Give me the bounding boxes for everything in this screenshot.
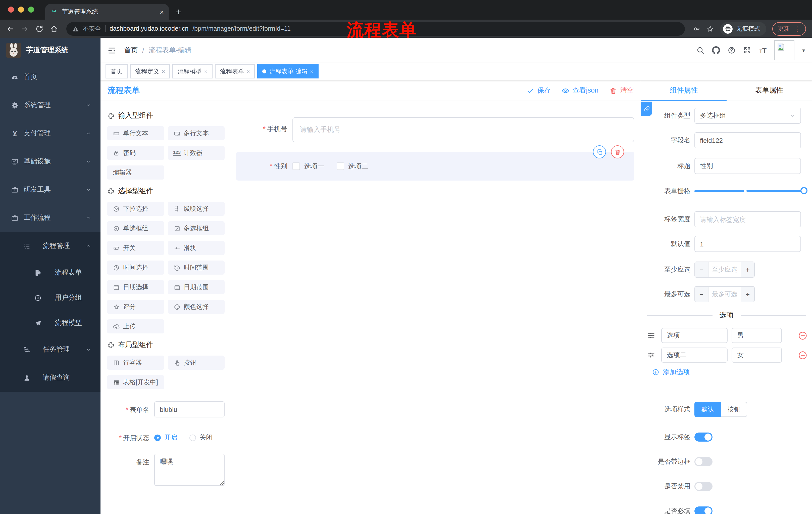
palette-item-editor[interactable]: 编辑器	[107, 165, 164, 180]
canvas-field-gender-selected[interactable]: *性别 选项一 选项二	[236, 152, 634, 181]
tag-process-form-edit[interactable]: 流程表单-编辑×	[258, 64, 319, 78]
decrease-button[interactable]: −	[695, 262, 708, 277]
close-tag-icon[interactable]: ×	[310, 69, 314, 75]
sidebar-item-workflow[interactable]: 工作流程	[0, 204, 100, 232]
tab-form-props[interactable]: 表单属性	[727, 80, 812, 101]
new-tab-button[interactable]: +	[176, 6, 181, 18]
gender-checkbox-2[interactable]: 选项二	[337, 162, 368, 171]
form-remark-textarea[interactable]: 嘿嘿	[154, 454, 225, 486]
password-key-icon[interactable]	[693, 25, 700, 32]
sidebar-item-process-management[interactable]: 流程管理	[0, 232, 100, 260]
gender-checkbox-1[interactable]: 选项一	[292, 162, 324, 171]
update-label[interactable]: 更新	[778, 24, 790, 33]
tag-home[interactable]: 首页	[106, 64, 127, 78]
back-icon[interactable]	[6, 24, 14, 33]
option-1-value-input[interactable]	[732, 328, 782, 343]
window-controls[interactable]	[8, 6, 34, 12]
palette-item-switch[interactable]: 开关	[107, 241, 164, 255]
close-tag-icon[interactable]: ×	[204, 69, 207, 75]
reload-icon[interactable]	[35, 24, 44, 33]
remove-option-icon[interactable]	[798, 351, 808, 360]
palette-item-cascade[interactable]: 级联选择	[168, 202, 225, 216]
sidebar-item-devtools[interactable]: 研发工具	[0, 175, 100, 204]
component-type-select[interactable]: 多选框组	[694, 108, 801, 124]
palette-item-slider[interactable]: 滑块	[168, 241, 225, 255]
required-toggle[interactable]	[694, 507, 713, 514]
palette-item-time[interactable]: 时间选择	[107, 261, 164, 275]
sidebar-item-task-management[interactable]: 任务管理	[0, 335, 100, 363]
fullscreen-icon[interactable]	[744, 46, 751, 54]
sidebar-fold-icon[interactable]	[108, 46, 116, 55]
sidebar-item-leave-query[interactable]: 请假查询	[0, 363, 100, 392]
close-tab-icon[interactable]: ×	[160, 8, 164, 16]
stepper-placeholder[interactable]: 至少应选	[708, 262, 741, 277]
palette-item-upload[interactable]: 上传	[107, 319, 164, 333]
stepper-placeholder[interactable]: 最多可选	[708, 287, 741, 302]
bookmark-star-icon[interactable]	[706, 25, 714, 32]
tag-process-definition[interactable]: 流程定义×	[130, 64, 170, 78]
field-link-handle[interactable]	[641, 102, 652, 116]
not-secure-warning-icon[interactable]	[72, 25, 79, 32]
palette-item-counter[interactable]: 123计数器	[168, 146, 225, 160]
phone-input[interactable]: 请输入手机号	[292, 117, 634, 142]
browser-menu-kebab-icon[interactable]: ⋮	[794, 25, 801, 32]
style-button-button[interactable]: 按钮	[721, 402, 747, 417]
show-label-toggle[interactable]	[694, 433, 713, 441]
status-radio-off[interactable]: 关闭	[190, 433, 212, 442]
drag-handle-icon[interactable]	[647, 331, 655, 340]
option-2-label-input[interactable]	[661, 348, 728, 362]
border-toggle[interactable]	[694, 457, 713, 466]
palette-item-password[interactable]: 密码	[107, 146, 164, 160]
search-icon[interactable]	[697, 46, 705, 54]
palette-item-time-range[interactable]: 时间范围	[168, 261, 225, 275]
sidebar-item-infrastructure[interactable]: 基础设施	[0, 147, 100, 175]
close-tag-icon[interactable]: ×	[247, 69, 250, 75]
increase-button[interactable]: +	[741, 287, 754, 302]
default-value-input[interactable]	[694, 236, 801, 252]
sidebar-item-process-model[interactable]: 流程模型	[0, 310, 100, 335]
help-icon[interactable]	[728, 46, 736, 54]
browser-tab[interactable]: 芋道管理系统 ×	[45, 4, 169, 20]
slider-track[interactable]	[694, 190, 804, 192]
remove-option-icon[interactable]	[798, 331, 808, 341]
github-icon[interactable]	[712, 46, 720, 54]
title-input[interactable]	[694, 158, 801, 174]
maximize-window-button[interactable]	[28, 6, 34, 12]
home-icon[interactable]	[50, 24, 58, 33]
browser-update-button[interactable]: 更新 ⋮	[772, 22, 806, 35]
delete-field-button[interactable]	[611, 145, 624, 158]
disabled-toggle[interactable]	[694, 482, 713, 491]
style-default-button[interactable]: 默认	[694, 402, 721, 417]
palette-item-row-container[interactable]: 行容器	[107, 356, 164, 370]
tab-component-props[interactable]: 组件属性	[641, 80, 727, 101]
font-size-icon[interactable]: TT	[759, 46, 767, 54]
sidebar-item-process-form[interactable]: 流程表单	[0, 260, 100, 285]
option-2-value-input[interactable]	[732, 348, 782, 362]
address-bar[interactable]: 不安全 dashboard.yudao.iocoder.cn/bpm/manag…	[66, 22, 685, 35]
label-width-input[interactable]	[694, 211, 801, 227]
avatar-caret-icon[interactable]: ▾	[802, 47, 805, 54]
save-button[interactable]: 保存	[527, 86, 551, 95]
palette-item-single-text[interactable]: 单行文本	[107, 126, 164, 140]
palette-item-multi-text[interactable]: 多行文本	[168, 126, 225, 140]
close-tag-icon[interactable]: ×	[162, 69, 165, 75]
sidebar-item-user-group[interactable]: 用户分组	[0, 285, 100, 310]
palette-item-color[interactable]: 颜色选择	[168, 300, 225, 314]
palette-item-rate[interactable]: 评分	[107, 300, 164, 314]
clear-button[interactable]: 清空	[609, 86, 634, 95]
palette-item-date-range[interactable]: 日期范围	[168, 280, 225, 294]
copy-field-button[interactable]	[593, 145, 606, 158]
avatar[interactable]	[775, 40, 795, 60]
add-option-button[interactable]: 添加选项	[652, 368, 690, 377]
sidebar-item-system[interactable]: 系统管理	[0, 91, 100, 119]
tag-process-model[interactable]: 流程模型×	[173, 64, 212, 78]
drag-handle-icon[interactable]	[647, 351, 655, 359]
breadcrumb-home[interactable]: 首页	[124, 46, 138, 55]
slider-handle[interactable]	[801, 187, 808, 194]
palette-item-button[interactable]: 按钮	[168, 356, 225, 370]
status-radio-on[interactable]: 开启	[154, 433, 177, 442]
palette-item-dropdown[interactable]: 下拉选择	[107, 202, 164, 216]
palette-item-radio-group[interactable]: 单选框组	[107, 221, 164, 235]
form-name-input[interactable]	[154, 401, 225, 417]
canvas-field-phone[interactable]: *手机号 请输入手机号	[236, 117, 634, 142]
